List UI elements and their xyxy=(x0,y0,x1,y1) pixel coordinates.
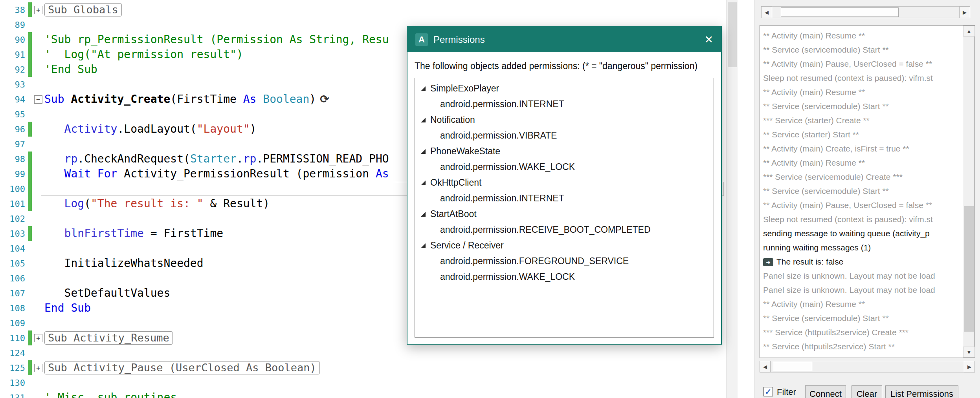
permission-item[interactable]: android.permission.INTERNET xyxy=(415,96,714,112)
log-line[interactable]: Panel size is unknown. Layout may not be… xyxy=(763,269,962,283)
log-line[interactable]: ** Activity (main) Resume ** xyxy=(763,297,962,311)
change-bar xyxy=(28,360,32,375)
code-line-130[interactable]: 130 xyxy=(0,375,726,390)
scroll-up-icon[interactable]: ▲ xyxy=(963,26,975,37)
tree-node[interactable]: PhoneWakeState xyxy=(415,143,714,159)
scrollbar-thumb[interactable] xyxy=(781,7,899,17)
close-icon[interactable]: ✕ xyxy=(704,33,713,46)
log-line[interactable]: *** Service (starter) Create ** xyxy=(763,113,962,128)
line-number: 99 xyxy=(0,169,28,179)
expanded-node-icon[interactable] xyxy=(420,180,426,185)
logs-panel: ◀ ▶ ** Activity (main) Resume **** Servi… xyxy=(754,0,980,398)
log-line[interactable]: ** Activity (main) Resume ** xyxy=(763,29,962,43)
editor-vertical-scrollbar[interactable] xyxy=(726,0,738,398)
log-line[interactable]: ** Service (servicemodule) Start ** xyxy=(763,99,962,113)
code-text: Sub Globals xyxy=(44,3,122,16)
permission-item[interactable]: android.permission.VIBRATE xyxy=(415,128,714,143)
code-text: Log("The result is: " & Result) xyxy=(44,196,270,211)
log-line[interactable]: ** Service (httputils2service) Start ** xyxy=(763,340,962,354)
code-line-124[interactable]: 124 xyxy=(0,345,726,360)
log-line[interactable]: running waiting messages (1) xyxy=(763,241,962,255)
clear-button[interactable]: Clear xyxy=(852,385,882,398)
line-number: 98 xyxy=(0,154,28,164)
tree-node[interactable]: StartAtBoot xyxy=(415,206,714,222)
scrollbar-track[interactable] xyxy=(771,361,964,372)
log-line[interactable]: Sleep not resumed (context is paused): v… xyxy=(763,71,962,85)
expanded-node-icon[interactable] xyxy=(420,117,426,122)
expand-fold-icon[interactable]: + xyxy=(34,364,42,372)
editor-scrollbar-thumb[interactable] xyxy=(728,2,737,67)
log-line[interactable]: Panel size is unknown. Layout may not be… xyxy=(763,283,962,297)
log-line[interactable]: ** Activity (main) Resume ** xyxy=(763,156,962,170)
tree-node-label: PhoneWakeState xyxy=(430,146,500,157)
scrollbar-thumb[interactable] xyxy=(773,362,812,371)
expanded-node-icon[interactable] xyxy=(420,243,426,248)
logs-bottom-horizontal-scrollbar[interactable]: ◀ ▶ xyxy=(760,361,975,372)
scrollbar-thumb[interactable] xyxy=(964,206,974,332)
scroll-down-icon[interactable]: ▼ xyxy=(963,347,975,358)
change-bar-slot xyxy=(28,316,32,330)
log-line[interactable]: ** Activity (main) Pause, UserClosed = f… xyxy=(763,57,962,71)
scrollbar-track[interactable] xyxy=(772,6,959,18)
expand-fold-icon[interactable]: + xyxy=(34,6,42,14)
permission-item[interactable]: android.permission.WAKE_LOCK xyxy=(415,269,714,285)
permissions-tree[interactable]: SimpleExoPlayerandroid.permission.INTERN… xyxy=(415,78,714,338)
change-bar-slot xyxy=(28,345,32,360)
line-number: 131 xyxy=(0,393,28,398)
change-bar-slot xyxy=(28,271,32,286)
permission-item[interactable]: android.permission.FOREGROUND_SERVICE xyxy=(415,253,714,269)
collapsed-sub[interactable]: Sub Activity_Resume xyxy=(44,331,173,345)
log-list[interactable]: ** Activity (main) Resume **** Service (… xyxy=(760,25,975,358)
code-line-131[interactable]: 131' Misc. sub routines xyxy=(0,390,726,398)
scroll-left-icon[interactable]: ◀ xyxy=(761,6,772,18)
tree-node[interactable]: OkHttpClient xyxy=(415,175,714,190)
expanded-node-icon[interactable] xyxy=(420,149,426,154)
log-line[interactable]: ** Activity (main) Pause, UserClosed = f… xyxy=(763,198,962,212)
expanded-node-icon[interactable] xyxy=(420,212,426,217)
log-line[interactable]: ** Service (servicemodule) Start ** xyxy=(763,184,962,198)
logs-top-horizontal-scrollbar[interactable]: ◀ ▶ xyxy=(761,6,970,18)
log-line[interactable]: ** Service (servicemodule) Start ** xyxy=(763,311,962,325)
log-line[interactable]: ** Service (starter) Start ** xyxy=(763,128,962,142)
log-line[interactable]: Sleep not resumed (context is paused): v… xyxy=(763,212,962,226)
log-line[interactable]: ** Service (servicemodule) Start ** xyxy=(763,43,962,57)
expanded-node-icon[interactable] xyxy=(420,86,426,91)
logs-vertical-scrollbar[interactable]: ▲ ▼ xyxy=(963,26,974,358)
code-text: End Sub xyxy=(44,301,91,316)
change-bar-slot xyxy=(28,301,32,316)
scroll-left-icon[interactable]: ◀ xyxy=(760,361,771,372)
collapsed-sub[interactable]: Sub Globals xyxy=(44,3,122,16)
dialog-title: Permissions xyxy=(433,34,485,45)
log-line[interactable]: *** Service (servicemodule) Create *** xyxy=(763,170,962,184)
change-bar xyxy=(28,47,32,62)
line-number: 108 xyxy=(0,303,28,313)
log-line[interactable]: ➜The result is: false xyxy=(763,255,962,269)
code-line-125[interactable]: 125+Sub Activity_Pause (UserClosed As Bo… xyxy=(0,360,726,375)
connect-button[interactable]: Connect xyxy=(805,385,846,398)
code-text: ' Log("At permission result") xyxy=(44,47,243,62)
tree-node[interactable]: SimpleExoPlayer xyxy=(415,80,714,96)
log-line[interactable]: ** Activity (main) Resume ** xyxy=(763,85,962,99)
tree-node[interactable]: Service / Receiver xyxy=(415,237,714,253)
change-bar xyxy=(28,196,32,211)
change-bar xyxy=(28,166,32,181)
collapse-fold-icon[interactable]: − xyxy=(34,95,42,104)
log-line[interactable]: sending message to waiting queue (activi… xyxy=(763,226,962,241)
tree-node-label: SimpleExoPlayer xyxy=(430,83,499,94)
list-permissions-button[interactable]: List Permissions xyxy=(885,385,958,398)
permission-item[interactable]: android.permission.WAKE_LOCK xyxy=(415,159,714,175)
tree-node[interactable]: Notification xyxy=(415,112,714,128)
dialog-titlebar[interactable]: A Permissions ✕ xyxy=(407,27,721,52)
log-line[interactable]: *** Service (httputils2service) Create *… xyxy=(763,325,962,340)
line-number: 110 xyxy=(0,333,28,343)
code-line-38[interactable]: 38+Sub Globals xyxy=(0,2,726,17)
collapsed-sub[interactable]: Sub Activity_Pause (UserClosed As Boolea… xyxy=(44,361,320,374)
log-line[interactable]: ** Activity (main) Create, isFirst = tru… xyxy=(763,142,962,156)
permission-item[interactable]: android.permission.RECEIVE_BOOT_COMPLETE… xyxy=(415,222,714,237)
filter-checkbox[interactable]: ✓ xyxy=(763,387,773,396)
permission-item[interactable]: android.permission.INTERNET xyxy=(415,190,714,206)
scroll-right-icon[interactable]: ▶ xyxy=(959,6,970,18)
change-bar xyxy=(28,181,32,196)
expand-fold-icon[interactable]: + xyxy=(34,334,42,342)
scroll-right-icon[interactable]: ▶ xyxy=(964,361,975,372)
